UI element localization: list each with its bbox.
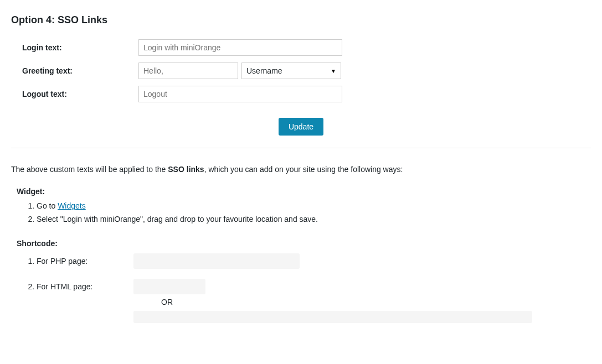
php-page-label: For PHP page: — [37, 253, 133, 266]
logout-text-input[interactable] — [138, 86, 342, 102]
logout-text-label: Logout text: — [22, 90, 138, 98]
divider — [11, 148, 591, 148]
login-text-input[interactable] — [138, 39, 342, 56]
greeting-text-input[interactable] — [138, 63, 238, 79]
login-text-label: Login text: — [22, 43, 138, 52]
update-button[interactable]: Update — [279, 118, 323, 136]
php-shortcode-block — [133, 253, 300, 269]
greeting-variable-select[interactable]: Username ▼ — [241, 63, 341, 79]
widgets-link[interactable]: Widgets — [58, 201, 86, 210]
description-text: The above custom texts will be applied t… — [11, 165, 591, 174]
html-page-label: For HTML page: — [37, 279, 133, 291]
option-title: Option 4: SSO Links — [11, 14, 591, 26]
sso-links-form: Login text: Greeting text: Username ▼ Lo… — [22, 39, 591, 102]
html-shortcode-block-2 — [133, 311, 532, 323]
widget-step-2: Select "Login with miniOrange", drag and… — [37, 215, 591, 223]
or-text: OR — [161, 298, 532, 306]
shortcode-heading: Shortcode: — [17, 239, 591, 248]
chevron-down-icon: ▼ — [331, 68, 336, 74]
widget-steps: Go to Widgets Select "Login with miniOra… — [37, 201, 591, 223]
html-shortcode-block-1 — [133, 279, 205, 294]
greeting-variable-value: Username — [246, 66, 282, 75]
shortcode-steps: For PHP page: For HTML page: OR — [37, 253, 591, 323]
greeting-text-label: Greeting text: — [22, 66, 138, 75]
widget-heading: Widget: — [17, 187, 591, 196]
widget-step-1: Go to Widgets — [37, 201, 591, 210]
